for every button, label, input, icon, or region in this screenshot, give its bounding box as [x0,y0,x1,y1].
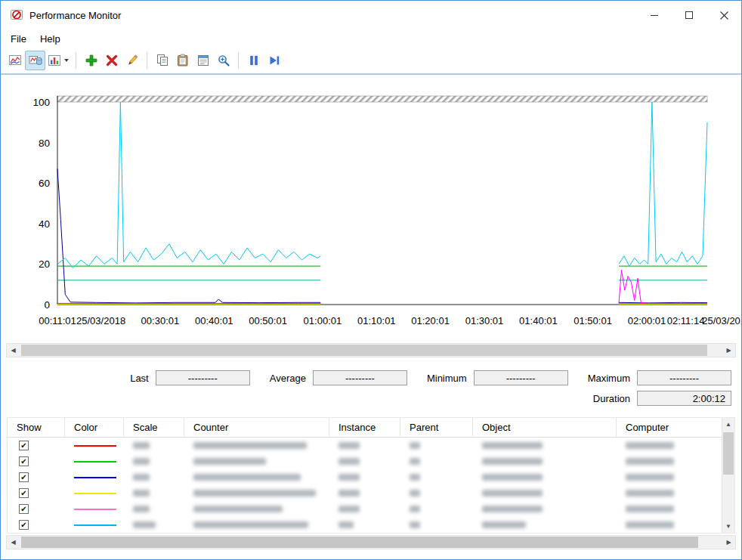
counter-value-redacted [193,442,307,449]
scroll-track[interactable] [20,344,722,357]
parent-value-redacted [410,506,420,512]
dropdown-caret-icon[interactable] [64,59,69,62]
scroll-right-arrow[interactable]: ▶ [722,536,735,549]
column-header-instance[interactable]: Instance [329,418,400,438]
titlebar[interactable]: Performance Monitor [1,1,741,29]
instance-cell [329,501,400,517]
minimum-value-box: --------- [474,370,568,385]
x-axis-label: 00:40:01 [195,315,233,326]
counter-row[interactable]: ✔ [8,485,722,501]
counter-row[interactable]: ✔ [8,453,722,469]
show-cell: ✔ [8,485,65,501]
column-header-color[interactable]: Color [65,418,124,438]
counter-value-redacted [193,506,283,512]
x-axis-label: 00:50:01 [249,315,287,326]
object-value-redacted [482,490,543,497]
delete-counter-button[interactable] [101,51,122,70]
menu-item-help[interactable]: Help [33,31,67,47]
close-button[interactable] [706,1,741,29]
y-axis-label: 0 [44,299,50,311]
freeze-display-button[interactable] [243,51,264,70]
show-checkbox[interactable]: ✔ [19,472,29,482]
computer-value-redacted [626,521,674,528]
x-axis-label: 00:30:01 [141,315,180,326]
x-axis-label: 01:20:01 [411,315,450,326]
view-current-activity-icon [8,54,22,67]
scroll-track[interactable] [722,431,734,520]
menu-item-file[interactable]: File [4,31,33,47]
average-label: Average [270,373,306,384]
add-counter-button[interactable] [81,51,101,70]
column-header-scale[interactable]: Scale [124,418,184,438]
counter-row[interactable]: ✔ [8,517,722,533]
toolbar [1,48,741,73]
scale-value-redacted [133,474,150,481]
column-header-object[interactable]: Object [473,418,617,438]
chart-scrollbar[interactable]: ◀ ▶ [6,343,736,357]
x-axis-label: 01:40:01 [519,315,558,326]
column-header-parent[interactable]: Parent [400,418,473,438]
scroll-down-arrow[interactable]: ▼ [722,520,734,533]
maximum-value: --------- [669,373,699,384]
y-axis-label: 100 [32,97,50,108]
scale-value-redacted [133,506,150,512]
column-header-counter[interactable]: Counter [184,418,329,438]
parent-value-redacted [410,442,420,449]
instance-value-redacted [339,442,360,449]
copy-properties-button[interactable] [152,51,172,70]
computer-cell [617,485,725,501]
duration-value-box: 2:00:12 [637,391,731,406]
scroll-thumb[interactable] [21,345,707,356]
object-value-redacted [482,506,543,512]
scroll-up-arrow[interactable]: ▲ [722,418,734,431]
show-checkbox[interactable]: ✔ [19,504,29,514]
counter-cell [184,517,329,533]
scroll-thumb[interactable] [723,432,734,475]
view-current-activity-button[interactable] [5,51,25,70]
counter-row[interactable]: ✔ [8,501,722,517]
delete-counter-icon [105,54,119,67]
view-log-data-button[interactable] [25,51,45,70]
scale-value-redacted [133,442,150,449]
counter-table: ShowColorScaleCounterInstanceParentObjec… [7,417,735,534]
add-counter-icon [85,54,98,67]
zoom-button[interactable] [213,51,233,70]
paste-counter-list-button[interactable] [172,51,193,70]
parent-cell [400,453,473,469]
counter-cell [184,469,329,485]
show-checkbox[interactable]: ✔ [19,456,29,466]
toolbar-separator [147,52,147,69]
counter-row[interactable]: ✔ [8,469,722,485]
scroll-track[interactable] [20,536,722,549]
show-checkbox[interactable]: ✔ [19,520,29,530]
computer-cell [617,501,725,517]
update-data-button[interactable] [264,51,284,70]
scroll-right-arrow[interactable]: ▶ [722,344,735,357]
show-checkbox[interactable]: ✔ [19,488,29,498]
copy-properties-icon [156,54,169,67]
update-data-icon [267,54,281,67]
duration-value: 2:00:12 [693,393,725,404]
scroll-left-arrow[interactable]: ◀ [7,536,20,549]
table-vertical-scrollbar[interactable]: ▲ ▼ [722,418,734,533]
change-graph-type-button[interactable] [45,51,71,70]
table-horizontal-scrollbar[interactable]: ◀ ▶ [6,535,736,549]
column-header-show[interactable]: Show [8,418,65,438]
column-header-computer[interactable]: Computer [617,418,725,438]
highlight-icon [125,54,139,67]
computer-value-redacted [626,474,674,481]
minimize-button[interactable] [637,1,672,29]
properties-button[interactable] [193,51,213,70]
toolbar-separator [238,52,239,69]
scroll-thumb[interactable] [21,537,698,548]
scale-value-redacted [133,458,150,465]
counter-cell [184,453,329,469]
highlight-button[interactable] [122,51,142,70]
show-checkbox[interactable]: ✔ [19,441,29,450]
computer-cell [617,469,725,485]
maximize-button[interactable] [672,1,706,29]
scroll-left-arrow[interactable]: ◀ [7,344,20,357]
object-value-redacted [482,521,526,528]
parent-cell [400,438,473,453]
counter-row[interactable]: ✔ [8,438,722,453]
